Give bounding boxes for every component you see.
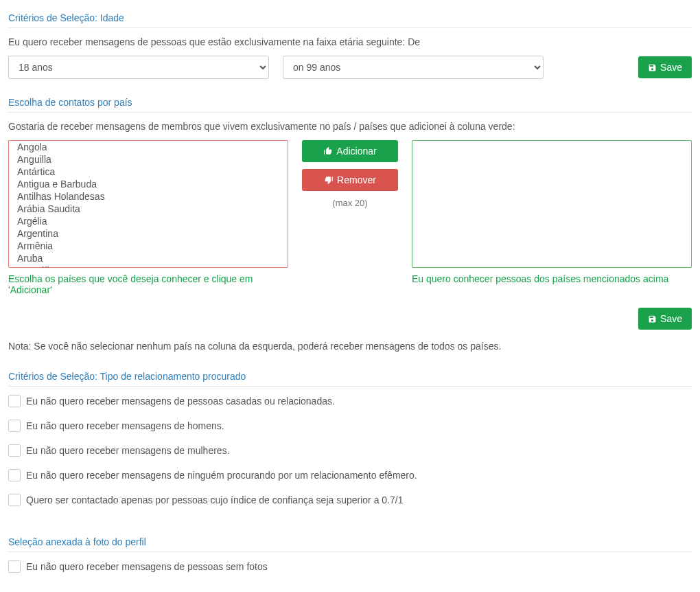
checkbox-row: Eu não quero receber mensagens de homens… bbox=[8, 420, 692, 432]
list-item[interactable]: Anguilla bbox=[9, 153, 288, 166]
list-item[interactable]: Antigua e Barbuda bbox=[9, 178, 288, 190]
checkbox-row: Eu não quero receber mensagens de mulher… bbox=[8, 444, 692, 457]
country-description: Gostaria de receber mensagens de membros… bbox=[8, 121, 692, 132]
list-item[interactable]: Argélia bbox=[9, 215, 288, 227]
list-item[interactable]: Antilhas Holandesas bbox=[9, 190, 288, 203]
checkbox-label[interactable]: Eu não quero receber mensagens de pessoa… bbox=[26, 561, 268, 572]
age-from-select[interactable]: 18 anos bbox=[8, 56, 269, 79]
relationship-section-header: Critérios de Seleção: Tipo de relacionam… bbox=[8, 367, 692, 387]
checkbox-trust-index[interactable] bbox=[8, 494, 21, 506]
age-to-select[interactable]: on 99 anos bbox=[283, 56, 544, 79]
remove-country-button[interactable]: Remover bbox=[302, 169, 398, 191]
age-save-button[interactable]: Save bbox=[638, 56, 692, 78]
country-row: Angola Anguilla Antártica Antigua e Barb… bbox=[8, 140, 692, 295]
age-description: Eu quero receber mensagens de pessoas qu… bbox=[8, 36, 692, 47]
checkbox-label[interactable]: Eu não quero receber mensagens de ningué… bbox=[26, 470, 417, 481]
country-actions-col: Adicionar Remover (max 20) bbox=[302, 140, 398, 208]
list-item[interactable]: Angola bbox=[9, 141, 288, 153]
age-row: 18 anos on 99 anos Save bbox=[8, 56, 692, 79]
save-icon bbox=[648, 63, 657, 72]
checkbox-no-photo[interactable] bbox=[8, 560, 21, 573]
add-label: Adicionar bbox=[336, 146, 376, 157]
add-country-button[interactable]: Adicionar bbox=[302, 140, 398, 162]
checkbox-married[interactable] bbox=[8, 395, 21, 407]
checkbox-row: Quero ser contactado apenas por pessoas … bbox=[8, 494, 692, 506]
list-item[interactable]: Aruba bbox=[9, 252, 288, 264]
checkbox-ephemeral[interactable] bbox=[8, 469, 21, 481]
thumbs-up-icon bbox=[323, 146, 333, 156]
selected-helper-text: Eu quero conhecer pessoas dos países men… bbox=[412, 268, 692, 284]
checkbox-label[interactable]: Quero ser contactado apenas por pessoas … bbox=[26, 494, 403, 505]
available-countries-col: Angola Anguilla Antártica Antigua e Barb… bbox=[8, 140, 288, 295]
remove-label: Remover bbox=[337, 174, 376, 185]
thumbs-down-icon bbox=[324, 175, 334, 185]
list-item[interactable]: Antártica bbox=[9, 166, 288, 178]
selected-countries-col: Eu quero conhecer pessoas dos países men… bbox=[412, 140, 692, 284]
checkbox-row: Eu não quero receber mensagens de pessoa… bbox=[8, 395, 692, 407]
checkbox-label[interactable]: Eu não quero receber mensagens de pessoa… bbox=[26, 396, 335, 407]
age-section-header: Critérios de Seleção: Idade bbox=[8, 8, 692, 28]
max-count-note: (max 20) bbox=[332, 198, 367, 208]
checkbox-label[interactable]: Eu não quero receber mensagens de mulher… bbox=[26, 445, 230, 456]
available-helper-text: Escolha os países que você deseja conhec… bbox=[8, 268, 288, 295]
country-note: Nota: Se você não selecionar nenhum país… bbox=[8, 341, 692, 352]
country-section-header: Escolha de contatos por país bbox=[8, 93, 692, 113]
checkbox-row: Eu não quero receber mensagens de pessoa… bbox=[8, 560, 692, 573]
list-item[interactable]: Armênia bbox=[9, 240, 288, 252]
list-item[interactable]: Argentina bbox=[9, 227, 288, 240]
list-item[interactable]: Arábia Saudita bbox=[9, 203, 288, 215]
country-save-row: Save bbox=[8, 308, 692, 330]
selected-countries-list[interactable] bbox=[412, 140, 692, 268]
checkbox-row: Eu não quero receber mensagens de ningué… bbox=[8, 469, 692, 481]
checkbox-women[interactable] bbox=[8, 444, 21, 457]
checkbox-label[interactable]: Eu não quero receber mensagens de homens… bbox=[26, 420, 224, 431]
available-countries-list[interactable]: Angola Anguilla Antártica Antigua e Barb… bbox=[8, 140, 288, 268]
save-icon bbox=[648, 315, 657, 323]
country-save-button[interactable]: Save bbox=[638, 308, 692, 330]
save-label: Save bbox=[660, 62, 682, 73]
checkbox-men[interactable] bbox=[8, 420, 21, 432]
photo-section-header: Seleção anexada à foto do perfil bbox=[8, 532, 692, 552]
save-label: Save bbox=[660, 313, 682, 324]
